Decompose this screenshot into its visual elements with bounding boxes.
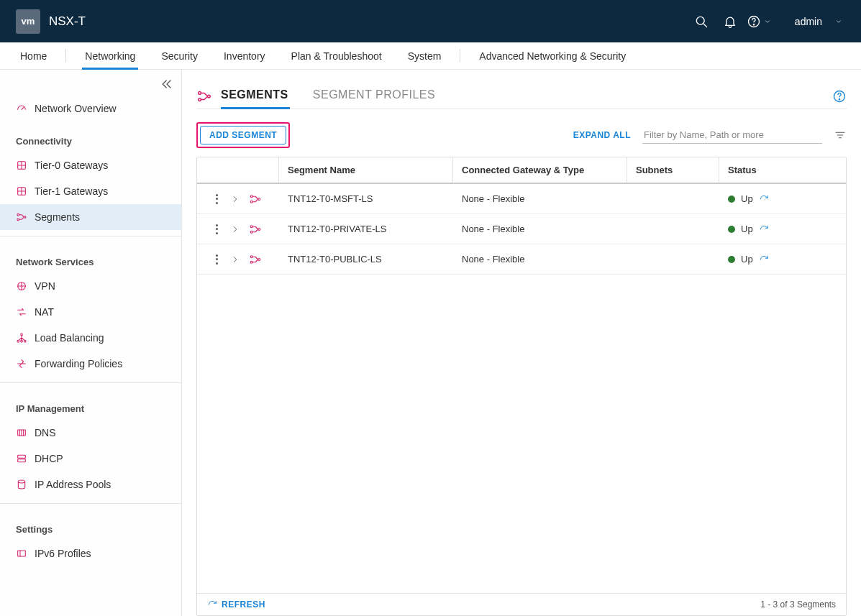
- sidebar-heading-ip: IP Management: [0, 389, 181, 420]
- sidebar-dns[interactable]: DNS: [0, 420, 181, 446]
- sidebar-nat[interactable]: NAT: [0, 299, 181, 325]
- cell-status: Up: [719, 186, 846, 211]
- cell-subnets: [627, 222, 719, 236]
- table-row[interactable]: TNT12-T0-MSFT-LSNone - FlexibleUp: [197, 184, 846, 214]
- col-header-name[interactable]: Segment Name: [279, 157, 453, 183]
- sidebar-item-label: DNS: [35, 427, 56, 438]
- sidebar-ip-pools[interactable]: IP Address Pools: [0, 472, 181, 497]
- col-header-status[interactable]: Status: [719, 157, 846, 183]
- status-dot-icon: [728, 256, 735, 263]
- sidebar-tier1[interactable]: Tier-1 Gateways: [0, 178, 181, 204]
- status-dot-icon: [728, 226, 735, 233]
- sidebar-forwarding[interactable]: Forwarding Policies: [0, 351, 181, 377]
- user-menu[interactable]: admin: [795, 16, 842, 27]
- sidebar-heading-connectivity: Connectivity: [0, 121, 181, 152]
- segment-row-icon: [249, 253, 262, 266]
- tier-icon: [16, 160, 27, 171]
- dns-icon: [16, 427, 27, 438]
- add-segment-highlight: ADD SEGMENT: [196, 122, 290, 148]
- row-refresh-icon[interactable]: [759, 224, 769, 234]
- chevron-down-icon: [835, 18, 842, 25]
- lb-icon: [16, 332, 27, 344]
- col-header-gateway[interactable]: Connected Gateway & Type: [453, 157, 627, 183]
- cell-gateway: None - Flexible: [453, 216, 627, 242]
- nav-plan-troubleshoot[interactable]: Plan & Troubleshoot: [278, 42, 395, 69]
- sidebar-heading-settings: Settings: [0, 510, 181, 541]
- tab-segments[interactable]: SEGMENTS: [221, 84, 299, 109]
- cell-status: Up: [719, 216, 846, 242]
- svg-point-3: [753, 24, 754, 24]
- product-name: NSX-T: [49, 14, 86, 29]
- page-tabs: SEGMENTS SEGMENT PROFILES: [196, 84, 847, 109]
- sidebar-ipv6[interactable]: IPv6 Profiles: [0, 541, 181, 566]
- sidebar-collapse-icon[interactable]: [160, 77, 174, 91]
- sidebar-item-label: Segments: [35, 211, 80, 223]
- sidebar-item-label: Tier-0 Gateways: [35, 160, 108, 171]
- vpn-icon: [16, 280, 27, 292]
- search-icon[interactable]: [687, 7, 716, 36]
- nav-security[interactable]: Security: [148, 42, 211, 69]
- cell-segment-name: TNT12-T0-MSFT-LS: [279, 186, 453, 211]
- sidebar-item-label: IP Address Pools: [35, 479, 111, 490]
- sidebar-item-label: NAT: [35, 306, 54, 318]
- sidebar-network-overview[interactable]: Network Overview: [0, 96, 181, 121]
- status-text: Up: [741, 224, 753, 234]
- svg-rect-26: [18, 551, 26, 556]
- sidebar-segments[interactable]: Segments: [0, 204, 181, 230]
- row-menu-icon[interactable]: [211, 253, 222, 266]
- sidebar-dhcp[interactable]: DHCP: [0, 446, 181, 472]
- main-nav: Home Networking Security Inventory Plan …: [0, 42, 861, 70]
- page-help-icon[interactable]: [832, 89, 847, 104]
- svg-point-25: [18, 480, 24, 483]
- sidebar-item-label: DHCP: [35, 453, 63, 464]
- svg-point-0: [696, 17, 704, 24]
- cell-gateway: None - Flexible: [453, 186, 627, 211]
- ipv6-icon: [16, 548, 27, 559]
- help-icon[interactable]: [744, 7, 773, 36]
- table-row[interactable]: TNT12-T0-PRIVATE-LSNone - FlexibleUp: [197, 214, 846, 244]
- row-menu-icon[interactable]: [211, 193, 222, 206]
- sidebar-item-label: Network Overview: [35, 103, 117, 114]
- refresh-button[interactable]: REFRESH: [207, 599, 265, 610]
- svg-line-4: [22, 108, 24, 110]
- table-row[interactable]: TNT12-T0-PUBLIC-LSNone - FlexibleUp: [197, 244, 846, 275]
- row-refresh-icon[interactable]: [759, 254, 769, 265]
- nat-icon: [16, 306, 27, 318]
- row-refresh-icon[interactable]: [759, 194, 769, 204]
- nav-advanced[interactable]: Advanced Networking & Security: [466, 42, 639, 69]
- add-segment-button[interactable]: ADD SEGMENT: [200, 126, 286, 144]
- row-expand-icon[interactable]: [230, 194, 240, 204]
- sidebar-tier0[interactable]: Tier-0 Gateways: [0, 152, 181, 178]
- sidebar: Network Overview Connectivity Tier-0 Gat…: [0, 70, 182, 616]
- pool-icon: [16, 479, 27, 490]
- sidebar-item-label: Forwarding Policies: [35, 358, 122, 369]
- expand-all-button[interactable]: EXPAND ALL: [573, 130, 631, 140]
- row-expand-icon[interactable]: [230, 224, 240, 234]
- table-header: Segment Name Connected Gateway & Type Su…: [197, 157, 846, 184]
- sidebar-vpn[interactable]: VPN: [0, 273, 181, 299]
- bell-icon[interactable]: [716, 7, 744, 36]
- nav-system[interactable]: System: [395, 42, 455, 69]
- status-dot-icon: [728, 196, 735, 203]
- nav-inventory[interactable]: Inventory: [211, 42, 278, 69]
- cell-gateway: None - Flexible: [453, 247, 627, 272]
- segment-row-icon: [249, 193, 262, 206]
- segments-table: Segment Name Connected Gateway & Type Su…: [196, 157, 847, 616]
- table-footer: REFRESH 1 - 3 of 3 Segments: [197, 593, 846, 615]
- col-header-subnets[interactable]: Subnets: [627, 157, 719, 183]
- row-expand-icon[interactable]: [230, 254, 240, 265]
- nav-networking[interactable]: Networking: [72, 42, 148, 69]
- sidebar-lb[interactable]: Load Balancing: [0, 325, 181, 351]
- svg-point-32: [839, 99, 839, 100]
- filter-icon[interactable]: [834, 129, 847, 142]
- toolbar: ADD SEGMENT EXPAND ALL: [196, 109, 847, 157]
- app-header: vm NSX-T admin: [0, 0, 861, 42]
- nav-home[interactable]: Home: [7, 42, 60, 69]
- filter-input[interactable]: [642, 127, 822, 144]
- tab-segment-profiles[interactable]: SEGMENT PROFILES: [313, 84, 445, 109]
- content-area: SEGMENTS SEGMENT PROFILES ADD SEGMENT EX…: [182, 70, 861, 616]
- vmware-logo: vm: [16, 9, 40, 34]
- tier-icon: [16, 185, 27, 197]
- row-menu-icon[interactable]: [211, 223, 222, 236]
- sidebar-item-label: VPN: [35, 280, 55, 292]
